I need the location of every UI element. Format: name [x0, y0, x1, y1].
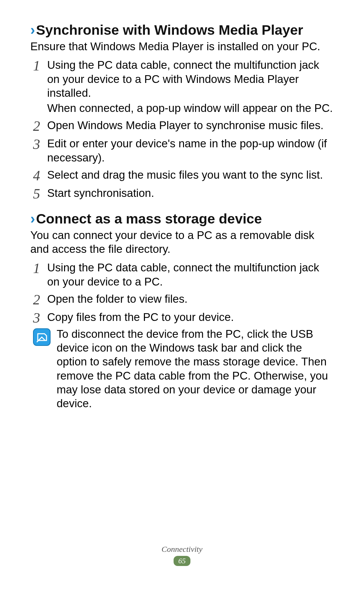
step-text: Open the folder to view files.	[47, 292, 187, 306]
heading-text: Synchronise with Windows Media Player	[36, 22, 303, 38]
step: 5 Start synchronisation.	[33, 186, 334, 201]
step-number: 1	[33, 261, 47, 275]
step: 1 Using the PC data cable, connect the m…	[33, 58, 334, 115]
chevron-icon: ›	[30, 23, 34, 37]
step-line: When connected, a pop-up window will app…	[47, 101, 334, 115]
step-text: Start synchronisation.	[47, 186, 154, 200]
step-text: Select and drag the music files you want…	[47, 168, 323, 182]
page: › Synchronise with Windows Media Player …	[0, 0, 364, 597]
section-heading-sync: › Synchronise with Windows Media Player	[30, 22, 334, 38]
page-footer: Connectivity 65	[0, 545, 364, 566]
note-text: To disconnect the device from the PC, cl…	[57, 327, 334, 411]
step-line: Select and drag the music files you want…	[47, 168, 323, 182]
step: 3 Edit or enter your device's name in th…	[33, 137, 334, 165]
step: 1 Using the PC data cable, connect the m…	[33, 261, 334, 289]
step-line: Edit or enter your device's name in the …	[47, 137, 334, 165]
note-row: To disconnect the device from the PC, cl…	[33, 327, 334, 411]
step-line: Open the folder to view files.	[47, 292, 187, 306]
step-line: Copy files from the PC to your device.	[47, 310, 234, 324]
step-number: 1	[33, 59, 47, 73]
chevron-icon: ›	[30, 212, 34, 226]
step-text: Using the PC data cable, connect the mul…	[47, 261, 334, 289]
step-line: Open Windows Media Player to synchronise…	[47, 118, 324, 132]
heading-text: Connect as a mass storage device	[36, 211, 262, 227]
step: 4 Select and drag the music files you wa…	[33, 168, 334, 183]
section1-steps: 1 Using the PC data cable, connect the m…	[33, 58, 334, 201]
step-number: 2	[33, 293, 47, 307]
step-text: Open Windows Media Player to synchronise…	[47, 118, 324, 132]
step-number: 3	[33, 137, 47, 151]
page-number-wrap: 65	[0, 556, 364, 566]
step: 3 Copy files from the PC to your device.	[33, 310, 334, 325]
step-line: Using the PC data cable, connect the mul…	[47, 58, 334, 100]
step: 2 Open the folder to view files.	[33, 292, 334, 307]
step-number: 4	[33, 169, 47, 183]
step-number: 3	[33, 311, 47, 325]
step-line: Using the PC data cable, connect the mul…	[47, 261, 334, 289]
section2-intro: You can connect your device to a PC as a…	[30, 228, 334, 256]
step-text: Copy files from the PC to your device.	[47, 310, 234, 324]
section2-steps: 1 Using the PC data cable, connect the m…	[33, 261, 334, 410]
page-number: 65	[174, 556, 190, 566]
note-icon	[33, 328, 51, 346]
footer-label: Connectivity	[0, 545, 364, 554]
step-line: Start synchronisation.	[47, 186, 154, 200]
step-number: 2	[33, 119, 47, 133]
step-number: 5	[33, 187, 47, 201]
step-text: Using the PC data cable, connect the mul…	[47, 58, 334, 115]
step-text: Edit or enter your device's name in the …	[47, 137, 334, 165]
section1-intro: Ensure that Windows Media Player is inst…	[30, 39, 334, 53]
step: 2 Open Windows Media Player to synchroni…	[33, 118, 334, 133]
section-heading-mass-storage: › Connect as a mass storage device	[30, 211, 334, 227]
